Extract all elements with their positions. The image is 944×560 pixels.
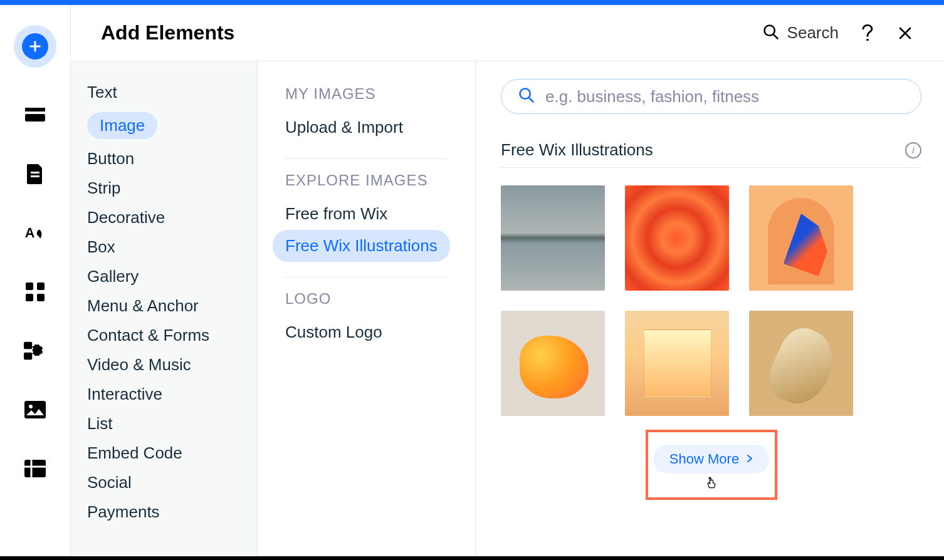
svg-rect-13 — [24, 460, 46, 477]
categories-column: Text Image Button Strip Decorative Box G… — [71, 61, 258, 560]
category-embed-code[interactable]: Embed Code — [71, 438, 257, 468]
theme-icon[interactable]: A — [24, 222, 46, 244]
category-social[interactable]: Social — [71, 468, 257, 497]
search-icon — [518, 86, 535, 106]
svg-line-17 — [774, 34, 777, 38]
category-video-music[interactable]: Video & Music — [71, 350, 257, 380]
illustrations-grid — [501, 185, 921, 416]
category-interactive[interactable]: Interactive — [71, 380, 257, 409]
illustration-thumbnail[interactable] — [625, 311, 729, 416]
svg-line-20 — [529, 98, 533, 101]
category-contact-forms[interactable]: Contact & Forms — [71, 321, 257, 350]
settings-icon[interactable] — [24, 340, 46, 362]
section-icon[interactable] — [24, 104, 46, 127]
illustration-thumbnail[interactable] — [501, 311, 605, 416]
section-title-row: Free Wix Illustrations i — [501, 140, 921, 168]
search-icon — [762, 23, 780, 43]
database-icon[interactable] — [24, 457, 46, 480]
search-button[interactable]: Search — [762, 23, 839, 43]
info-button[interactable]: i — [905, 142, 921, 158]
category-decorative[interactable]: Decorative — [71, 203, 257, 232]
add-elements-button[interactable] — [14, 25, 56, 68]
category-image[interactable]: Image — [71, 107, 257, 144]
close-button[interactable] — [896, 24, 914, 42]
svg-rect-11 — [24, 401, 46, 418]
show-more-label: Show More — [669, 451, 739, 467]
svg-point-12 — [29, 405, 33, 408]
help-button[interactable] — [859, 24, 876, 42]
left-rail: A — [0, 5, 70, 560]
show-more-highlight: Show More — [646, 430, 777, 500]
svg-rect-7 — [26, 294, 33, 301]
illustration-thumbnail[interactable] — [749, 311, 853, 416]
search-label: Search — [787, 23, 839, 43]
cursor-pointer-icon — [705, 474, 718, 494]
category-strip[interactable]: Strip — [71, 174, 257, 203]
add-elements-panel: Add Elements Search Text Image Button St… — [70, 5, 944, 560]
category-button[interactable]: Button — [71, 144, 257, 174]
show-more-button[interactable]: Show More — [653, 445, 769, 474]
plus-icon — [22, 33, 48, 60]
svg-rect-10 — [24, 353, 32, 360]
svg-rect-8 — [37, 294, 45, 301]
svg-point-18 — [866, 38, 869, 41]
page-icon[interactable] — [24, 163, 46, 185]
svg-rect-9 — [24, 342, 32, 349]
image-search-input[interactable] — [545, 87, 905, 106]
category-text[interactable]: Text — [71, 78, 257, 107]
panel-header: Add Elements Search — [71, 5, 944, 61]
apps-icon[interactable] — [24, 281, 46, 303]
svg-rect-1 — [25, 114, 45, 122]
header-controls: Search — [762, 23, 914, 43]
chevron-right-icon — [747, 454, 753, 465]
svg-rect-5 — [26, 283, 33, 290]
category-menu-anchor[interactable]: Menu & Anchor — [71, 291, 257, 321]
panel-title: Add Elements — [101, 21, 762, 44]
content-column: Free Wix Illustrations i Show More — [476, 61, 944, 560]
category-box[interactable]: Box — [71, 232, 257, 262]
subitem-free-wix-illustrations[interactable]: Free Wix Illustrations — [273, 230, 450, 262]
bottom-edge — [0, 556, 944, 560]
divider — [285, 158, 448, 159]
svg-rect-2 — [31, 172, 39, 174]
panel-body: Text Image Button Strip Decorative Box G… — [71, 61, 944, 560]
category-payments[interactable]: Payments — [71, 497, 257, 527]
illustration-thumbnail[interactable] — [749, 185, 853, 291]
illustration-thumbnail[interactable] — [501, 185, 605, 291]
divider — [285, 277, 448, 277]
svg-rect-0 — [25, 108, 45, 111]
top-accent-bar — [0, 0, 944, 5]
subcategories-column: MY IMAGES Upload & Import EXPLORE IMAGES… — [258, 61, 476, 560]
image-search-bar[interactable] — [501, 79, 921, 114]
category-gallery[interactable]: Gallery — [71, 262, 257, 291]
subitem-free-from-wix[interactable]: Free from Wix — [285, 198, 463, 230]
svg-text:A: A — [25, 225, 35, 241]
subitem-upload-import[interactable]: Upload & Import — [285, 111, 463, 143]
subitem-custom-logo[interactable]: Custom Logo — [285, 316, 463, 348]
svg-rect-3 — [31, 175, 39, 177]
category-list[interactable]: List — [71, 409, 257, 438]
media-icon[interactable] — [24, 398, 46, 421]
section-header-my-images: MY IMAGES — [285, 85, 463, 103]
section-title: Free Wix Illustrations — [501, 140, 905, 160]
section-header-logo: LOGO — [285, 290, 463, 308]
illustration-thumbnail[interactable] — [625, 185, 729, 291]
section-header-explore-images: EXPLORE IMAGES — [285, 172, 463, 189]
svg-rect-6 — [37, 283, 45, 290]
